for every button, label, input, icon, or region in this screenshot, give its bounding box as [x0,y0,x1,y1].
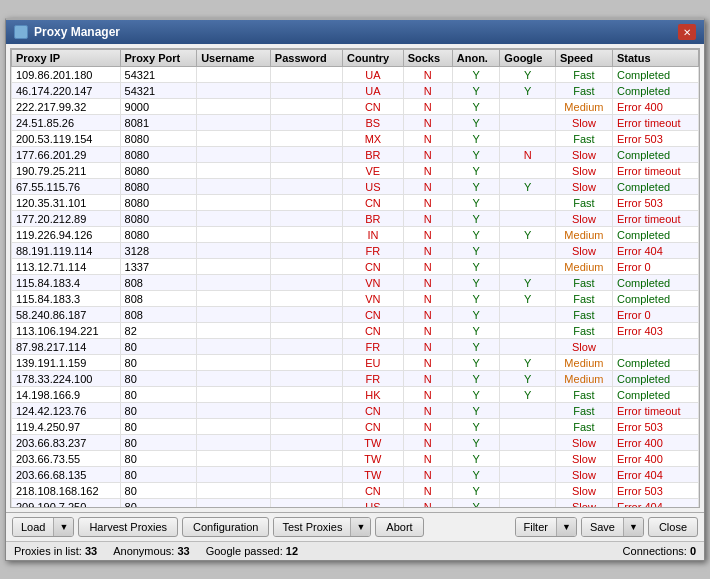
load-split-button[interactable]: Load ▼ [12,517,74,537]
cell-country: VN [343,291,404,307]
cell-user [197,99,271,115]
cell-country: BR [343,211,404,227]
table-row[interactable]: 209.190.7.250 80 US N Y Slow Error 404 [12,499,699,509]
test-proxies-button[interactable]: Test Proxies [274,518,350,536]
cell-port: 82 [120,323,197,339]
table-row[interactable]: 67.55.115.76 8080 US N Y Y Slow Complete… [12,179,699,195]
table-row[interactable]: 24.51.85.26 8081 BS N Y Slow Error timeo… [12,115,699,131]
cell-user [197,291,271,307]
save-dropdown-arrow[interactable]: ▼ [623,518,643,536]
cell-google [500,195,556,211]
cell-user [197,499,271,509]
col-username[interactable]: Username [197,50,271,67]
save-split-button[interactable]: Save ▼ [581,517,644,537]
cell-user [197,275,271,291]
cell-socks: N [403,243,452,259]
abort-button[interactable]: Abort [375,517,423,537]
cell-socks: N [403,307,452,323]
table-row[interactable]: 139.191.1.159 80 EU N Y Y Medium Complet… [12,355,699,371]
table-row[interactable]: 119.4.250.97 80 CN N Y Fast Error 503 [12,419,699,435]
cell-pass [270,147,342,163]
table-row[interactable]: 113.12.71.114 1337 CN N Y Medium Error 0 [12,259,699,275]
table-row[interactable]: 124.42.123.76 80 CN N Y Fast Error timeo… [12,403,699,419]
cell-user [197,179,271,195]
col-anon[interactable]: Anon. [452,50,500,67]
col-status[interactable]: Status [612,50,698,67]
table-row[interactable]: 14.198.166.9 80 HK N Y Y Fast Completed [12,387,699,403]
load-button[interactable]: Load [13,518,53,536]
cell-status: Error 400 [612,435,698,451]
test-proxies-split-button[interactable]: Test Proxies ▼ [273,517,371,537]
cell-speed: Fast [555,403,612,419]
title-bar: Proxy Manager ✕ [6,20,704,44]
cell-pass [270,227,342,243]
cell-port: 808 [120,307,197,323]
filter-split-button[interactable]: Filter ▼ [515,517,577,537]
cell-speed: Slow [555,243,612,259]
proxies-in-list-label: Proxies in list: 33 [14,545,97,557]
cell-anon: Y [452,403,500,419]
table-row[interactable]: 177.20.212.89 8080 BR N Y Slow Error tim… [12,211,699,227]
cell-anon: Y [452,451,500,467]
table-row[interactable]: 46.174.220.147 54321 UA N Y Y Fast Compl… [12,83,699,99]
cell-user [197,243,271,259]
cell-status [612,339,698,355]
table-row[interactable]: 190.79.25.211 8080 VE N Y Slow Error tim… [12,163,699,179]
table-row[interactable]: 222.217.99.32 9000 CN N Y Medium Error 4… [12,99,699,115]
col-country[interactable]: Country [343,50,404,67]
col-google[interactable]: Google [500,50,556,67]
anonymous-count: 33 [177,545,189,557]
table-row[interactable]: 218.108.168.162 80 CN N Y Slow Error 503 [12,483,699,499]
filter-button[interactable]: Filter [516,518,556,536]
col-socks[interactable]: Socks [403,50,452,67]
window-title: Proxy Manager [34,25,120,39]
table-row[interactable]: 200.53.119.154 8080 MX N Y Fast Error 50… [12,131,699,147]
table-row[interactable]: 203.66.73.55 80 TW N Y Slow Error 400 [12,451,699,467]
table-header-row: Proxy IP Proxy Port Username Password Co… [12,50,699,67]
close-button[interactable]: Close [648,517,698,537]
table-row[interactable]: 203.66.83.237 80 TW N Y Slow Error 400 [12,435,699,451]
col-password[interactable]: Password [270,50,342,67]
table-row[interactable]: 87.98.217.114 80 FR N Y Slow [12,339,699,355]
table-row[interactable]: 120.35.31.101 8080 CN N Y Fast Error 503 [12,195,699,211]
cell-google: Y [500,371,556,387]
cell-google: Y [500,67,556,83]
cell-speed: Slow [555,467,612,483]
test-proxies-dropdown-arrow[interactable]: ▼ [350,518,370,536]
table-row[interactable]: 115.84.183.4 808 VN N Y Y Fast Completed [12,275,699,291]
cell-ip: 24.51.85.26 [12,115,121,131]
cell-pass [270,275,342,291]
proxy-table: Proxy IP Proxy Port Username Password Co… [11,49,699,508]
table-row[interactable]: 88.191.119.114 3128 FR N Y Slow Error 40… [12,243,699,259]
cell-status: Error 503 [612,483,698,499]
cell-anon: Y [452,131,500,147]
table-row[interactable]: 119.226.94.126 8080 IN N Y Y Medium Comp… [12,227,699,243]
cell-pass [270,451,342,467]
load-dropdown-arrow[interactable]: ▼ [53,518,73,536]
col-speed[interactable]: Speed [555,50,612,67]
col-proxy-port[interactable]: Proxy Port [120,50,197,67]
save-button[interactable]: Save [582,518,623,536]
table-row[interactable]: 115.84.183.3 808 VN N Y Y Fast Completed [12,291,699,307]
cell-anon: Y [452,339,500,355]
col-proxy-ip[interactable]: Proxy IP [12,50,121,67]
cell-socks: N [403,323,452,339]
table-row[interactable]: 58.240.86.187 808 CN N Y Fast Error 0 [12,307,699,323]
title-bar-left: Proxy Manager [14,25,120,39]
proxy-table-container[interactable]: Proxy IP Proxy Port Username Password Co… [10,48,700,508]
configuration-button[interactable]: Configuration [182,517,269,537]
table-row[interactable]: 113.106.194.221 82 CN N Y Fast Error 403 [12,323,699,339]
cell-speed: Fast [555,291,612,307]
close-window-button[interactable]: ✕ [678,24,696,40]
table-row[interactable]: 203.66.68.135 80 TW N Y Slow Error 404 [12,467,699,483]
cell-socks: N [403,147,452,163]
harvest-proxies-button[interactable]: Harvest Proxies [78,517,178,537]
cell-port: 80 [120,355,197,371]
table-row[interactable]: 177.66.201.29 8080 BR N Y N Slow Complet… [12,147,699,163]
cell-status: Completed [612,147,698,163]
cell-country: CN [343,419,404,435]
table-row[interactable]: 109.86.201.180 54321 UA N Y Y Fast Compl… [12,67,699,83]
cell-speed: Medium [555,227,612,243]
table-row[interactable]: 178.33.224.100 80 FR N Y Y Medium Comple… [12,371,699,387]
filter-dropdown-arrow[interactable]: ▼ [556,518,576,536]
